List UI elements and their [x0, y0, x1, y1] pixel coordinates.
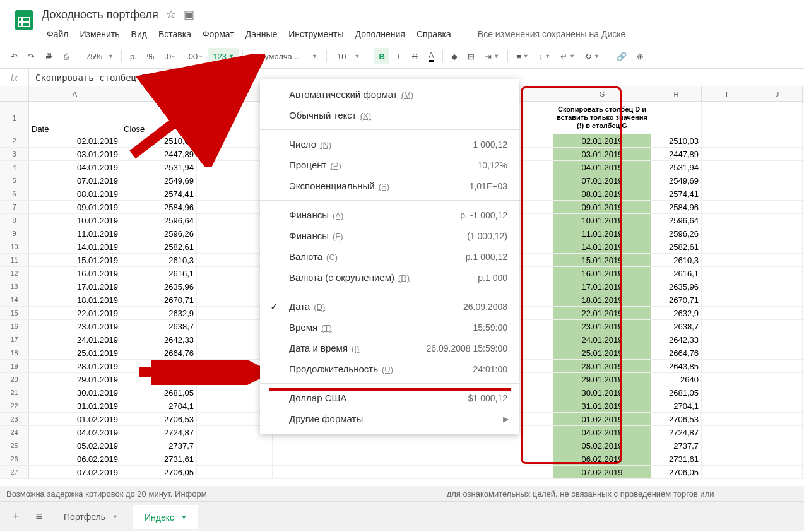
cell[interactable]: 07.02.2019: [553, 466, 651, 478]
cell[interactable]: 2670,71: [651, 293, 702, 306]
cell[interactable]: 15.01.2019: [553, 254, 651, 266]
cell[interactable]: 2706,53: [121, 413, 197, 425]
row-header[interactable]: 27: [0, 466, 29, 478]
cell[interactable]: 01.02.2019: [553, 413, 651, 425]
cell[interactable]: [348, 439, 553, 452]
cell[interactable]: [702, 386, 752, 399]
italic-button[interactable]: I: [391, 48, 406, 64]
format-date[interactable]: ✓Дата(D)26.09.2008: [260, 296, 519, 317]
cell[interactable]: [752, 102, 803, 134]
row-header[interactable]: 22: [0, 399, 29, 412]
cell[interactable]: 01.02.2019: [29, 413, 121, 425]
save-status[interactable]: Все изменения сохранены на Диске: [473, 27, 631, 42]
cell[interactable]: 06.02.2019: [553, 452, 651, 465]
cell[interactable]: 09.01.2019: [553, 201, 651, 213]
cell[interactable]: [702, 466, 752, 478]
cell[interactable]: 2635,96: [651, 280, 702, 293]
cell[interactable]: [752, 267, 803, 280]
cell[interactable]: 2737,7: [121, 439, 197, 452]
cell[interactable]: 04.01.2019: [553, 161, 651, 174]
cell[interactable]: 2574,41: [651, 187, 702, 200]
menu-file[interactable]: Файл: [42, 27, 73, 42]
cell[interactable]: [702, 439, 752, 452]
cell[interactable]: 2731,61: [651, 452, 702, 465]
format-financial-f[interactable]: Финансы(F)(1 000,12): [260, 225, 519, 246]
cell[interactable]: 22.01.2019: [29, 307, 121, 319]
cell[interactable]: 11.01.2019: [29, 227, 121, 240]
cell[interactable]: 18.01.2019: [553, 293, 651, 306]
col-header[interactable]: H: [651, 86, 702, 101]
format-duration[interactable]: Продолжительность(U)24:01:00: [260, 358, 519, 379]
cell[interactable]: 2642,33: [121, 333, 197, 346]
cell[interactable]: 2582,61: [121, 240, 197, 253]
move-folder-icon[interactable]: ▣: [184, 8, 194, 21]
cell[interactable]: 23.01.2019: [29, 320, 121, 333]
cell[interactable]: 23.01.2019: [553, 320, 651, 333]
cell[interactable]: 29.01.2019: [553, 373, 651, 386]
row-header[interactable]: 18: [0, 346, 29, 359]
sheets-logo-icon[interactable]: [11, 8, 37, 33]
cell[interactable]: [702, 426, 752, 439]
col-header[interactable]: A: [29, 86, 121, 101]
cell[interactable]: [273, 466, 310, 478]
cell[interactable]: [702, 134, 752, 147]
cell[interactable]: 04.02.2019: [553, 426, 651, 439]
row-header[interactable]: 12: [0, 267, 29, 280]
row-header[interactable]: 3: [0, 148, 29, 160]
row-header[interactable]: 11: [0, 254, 29, 266]
format-currency[interactable]: Валюта(C)р.1 000,12: [260, 246, 519, 267]
cell[interactable]: [752, 214, 803, 227]
cell[interactable]: 2596,64: [121, 214, 197, 227]
cell[interactable]: [752, 439, 803, 452]
format-financial-a[interactable]: Финансы(A)р. -1 000,12: [260, 204, 519, 225]
cell[interactable]: 17.01.2019: [553, 280, 651, 293]
menu-insert[interactable]: Вставка: [153, 27, 196, 42]
cell[interactable]: [752, 280, 803, 293]
row-header[interactable]: 19: [0, 360, 29, 372]
cell[interactable]: [752, 187, 803, 200]
cell[interactable]: [702, 293, 752, 306]
cell[interactable]: 28.01.2019: [553, 360, 651, 372]
cell[interactable]: 2582,61: [651, 240, 702, 253]
sheet-tab-portfolio[interactable]: Портфель▼: [52, 505, 129, 528]
row-header[interactable]: 10: [0, 240, 29, 253]
format-auto[interactable]: Автоматический формат(M): [260, 84, 519, 105]
print-icon[interactable]: 🖶: [40, 48, 57, 64]
valign-icon[interactable]: ↕▼: [535, 48, 555, 64]
menu-help[interactable]: Справка: [411, 27, 456, 42]
row-header[interactable]: 21: [0, 386, 29, 399]
cell[interactable]: 2664,76: [651, 346, 702, 359]
menu-tools[interactable]: Инструменты: [283, 27, 348, 42]
cell[interactable]: [752, 293, 803, 306]
cell[interactable]: 04.01.2019: [29, 161, 121, 174]
cell[interactable]: [752, 466, 803, 478]
cell[interactable]: 04.02.2019: [29, 426, 121, 439]
cell[interactable]: 2549,69: [121, 174, 197, 187]
star-icon[interactable]: ☆: [166, 8, 176, 21]
row-header[interactable]: 5: [0, 174, 29, 187]
cell[interactable]: 2731,61: [121, 452, 197, 465]
row-header[interactable]: 17: [0, 333, 29, 346]
cell[interactable]: [702, 280, 752, 293]
cell[interactable]: [702, 452, 752, 465]
cell[interactable]: 2596,26: [651, 227, 702, 240]
cell[interactable]: Скопировать столбец D и вставить только …: [553, 102, 651, 134]
cell[interactable]: 16.01.2019: [553, 267, 651, 280]
cell[interactable]: [702, 214, 752, 227]
cell[interactable]: 10.01.2019: [553, 214, 651, 227]
cell[interactable]: 08.01.2019: [29, 187, 121, 200]
row-header[interactable]: 6: [0, 187, 29, 200]
cell[interactable]: [702, 373, 752, 386]
cell[interactable]: 2616,1: [121, 267, 197, 280]
cell[interactable]: [273, 452, 310, 465]
row-header[interactable]: 7: [0, 201, 29, 213]
cell[interactable]: 03.01.2019: [553, 148, 651, 160]
cell[interactable]: 05.02.2019: [29, 439, 121, 452]
menu-format[interactable]: Формат: [198, 27, 239, 42]
row-header[interactable]: 23: [0, 413, 29, 425]
cell[interactable]: [310, 439, 348, 452]
cell[interactable]: 24.01.2019: [29, 333, 121, 346]
cell[interactable]: 2447,89: [651, 148, 702, 160]
cell[interactable]: 31.01.2019: [553, 399, 651, 412]
row-header[interactable]: 4: [0, 161, 29, 174]
